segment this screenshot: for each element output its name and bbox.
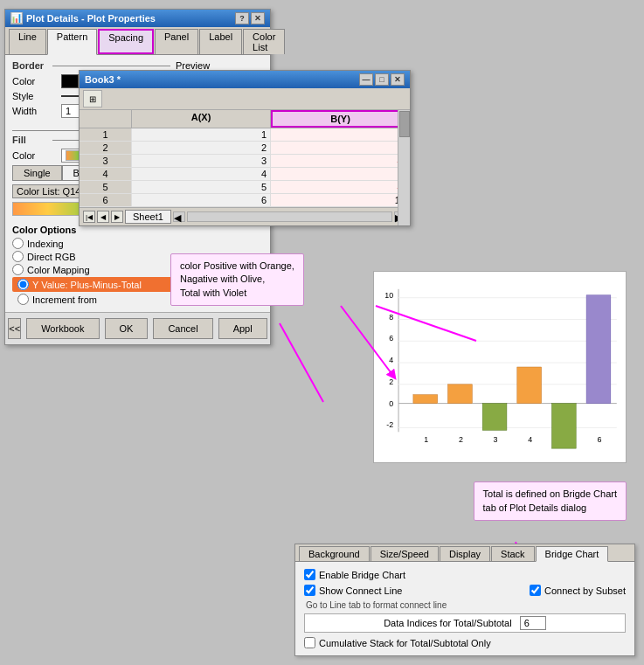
sheet-nav-left2[interactable]: ◀ [97,211,109,223]
annotation2-bubble: Total is defined on Brigde Charttab of P… [474,481,627,521]
cell-a6[interactable]: 6 [132,194,271,206]
book3-minimize-btn[interactable]: — [359,73,373,86]
close-btn[interactable]: ✕ [251,12,265,24]
cell-a2[interactable]: 2 [132,142,271,154]
plot-details-icon: 📊 [10,12,23,24]
tab-line[interactable]: Line [9,29,46,54]
enable-bridge-label: Enable Bridge Chart [319,570,405,580]
scrollbar-thumb[interactable] [399,111,410,137]
svg-text:4: 4 [389,356,393,364]
border-divider [52,66,170,66]
apply-btn[interactable]: Appl [218,318,267,339]
show-connect-input[interactable] [304,585,315,596]
col-header-by[interactable]: B(Y) [271,110,410,128]
cumulative-stack-input[interactable] [304,637,315,648]
book3-titlebar-buttons[interactable]: — □ ✕ [359,73,405,86]
border-style-label: Style [12,91,56,101]
cancel-btn[interactable]: Cancel [153,318,212,339]
enable-bridge-checkbox: Enable Bridge Chart [304,569,405,580]
cell-a4[interactable]: 4 [132,168,271,180]
show-connect-row: Show Connect Line Connect by Subset [304,585,626,596]
hscroll-left[interactable]: ◀ [173,211,185,222]
radio-directrgb-input[interactable] [12,251,24,262]
sheet-tab-1[interactable]: Sheet1 [125,210,171,224]
svg-text:6: 6 [597,435,601,444]
show-connect-checkbox: Show Connect Line [304,585,402,596]
plot-details-tabs: Line Pattern Spacing Panel Label Color L… [5,27,270,55]
enable-bridge-input[interactable] [304,569,315,580]
tab-spacing[interactable]: Spacing [98,29,154,54]
show-connect-label: Show Connect Line [319,585,402,596]
radio-increment-input[interactable] [17,294,29,305]
bridge-tab-bridgechart[interactable]: Bridge Chart [536,546,609,562]
bridge-tab-sizespeed[interactable]: Size/Speed [370,546,439,561]
svg-line-28 [280,323,323,402]
svg-text:10: 10 [384,291,393,300]
table-row: 5 5 -5 [80,181,410,194]
radio-yvalue-input[interactable] [17,279,29,290]
cell-b4[interactable]: 4 [271,168,410,180]
row-num-1: 1 [80,128,132,141]
svg-rect-24 [517,367,542,404]
cell-b3[interactable]: -3 [271,155,410,167]
data-indices-row: Data Indices for Total/Subtotal [304,613,626,633]
data-indices-input[interactable] [520,616,546,630]
sheet-nav-left1[interactable]: |◀ [83,211,95,223]
radio-increment-label: Increment from [32,294,97,305]
bottom-btn-row: << Workbook OK Cancel Appl [5,312,270,344]
cell-b6[interactable]: 10 [271,194,410,206]
vertical-scrollbar[interactable] [398,110,410,225]
book3-close-btn[interactable]: ✕ [391,73,405,86]
table-row: 6 6 10 [80,194,410,207]
cell-b2[interactable]: 2 [271,142,410,154]
book3-maximize-btn[interactable]: □ [375,73,389,86]
tab-colorlist[interactable]: Color List [243,29,285,54]
titlebar-buttons[interactable]: ? ✕ [235,12,265,24]
fill-color-label: Color [12,150,56,161]
col-header-ax[interactable]: A(X) [132,110,271,128]
bridge-tab-display[interactable]: Display [440,546,490,561]
prev-btn[interactable]: << [8,318,21,339]
tab-label[interactable]: Label [199,29,242,54]
radio-yvalue-label: Y Value: Plus-Minus-Total [32,280,142,290]
toolbar-grid-icon[interactable]: ⊞ [83,90,102,107]
svg-rect-25 [551,404,576,449]
row-num-4: 4 [80,168,132,180]
col-header-empty [80,110,132,128]
table-row: 2 2 2 [80,142,410,155]
row-num-2: 2 [80,142,132,154]
workbook-btn[interactable]: Workbook [26,318,99,339]
ok-btn[interactable]: OK [105,318,149,339]
bridge-tab-stack[interactable]: Stack [491,546,535,561]
fill-label: Fill [12,135,47,145]
cell-a1[interactable]: 1 [132,128,271,141]
bridge-tab-background[interactable]: Background [299,546,370,561]
border-color-swatch[interactable] [61,74,79,88]
tab-panel[interactable]: Panel [155,29,198,54]
table-row: 4 4 4 [80,168,410,181]
cell-b5[interactable]: -5 [271,181,410,193]
spreadsheet-header: A(X) B(Y) [80,110,410,128]
tab-pattern[interactable]: Pattern [47,29,97,55]
svg-text:6: 6 [389,334,393,343]
radio-indexing-label: Indexing [27,239,64,249]
connect-by-subset-label: Connect by Subset [544,585,626,596]
help-btn[interactable]: ? [235,12,249,24]
connect-by-subset-input[interactable] [530,585,541,596]
plot-details-titlebar: 📊 Plot Details - Plot Properties ? ✕ [5,10,270,27]
radio-indexing-input[interactable] [12,238,24,249]
sheet-nav-right1[interactable]: ▶ [111,211,123,223]
book3-titlebar: Book3 * — □ ✕ [80,71,410,88]
row-num-5: 5 [80,181,132,193]
cell-a3[interactable]: 3 [132,155,271,167]
chart-container: 10 8 6 4 2 0 -2 1 2 3 4 5 6 [373,271,627,463]
tab-btn-single[interactable]: Single [12,165,62,181]
hscroll-track[interactable] [187,211,392,222]
radio-directrgb-label: Direct RGB [27,252,76,262]
cell-a5[interactable]: 5 [132,181,271,193]
cumulative-stack-checkbox: Cumulative Stack for Total/Subtotal Only [304,637,626,648]
annotation1-bubble: color Positive with Orange,Nagative with… [170,253,304,306]
radio-indexing: Indexing [12,238,263,249]
cell-b1[interactable]: 1 [271,128,410,141]
radio-colormapping-input[interactable] [12,264,24,275]
